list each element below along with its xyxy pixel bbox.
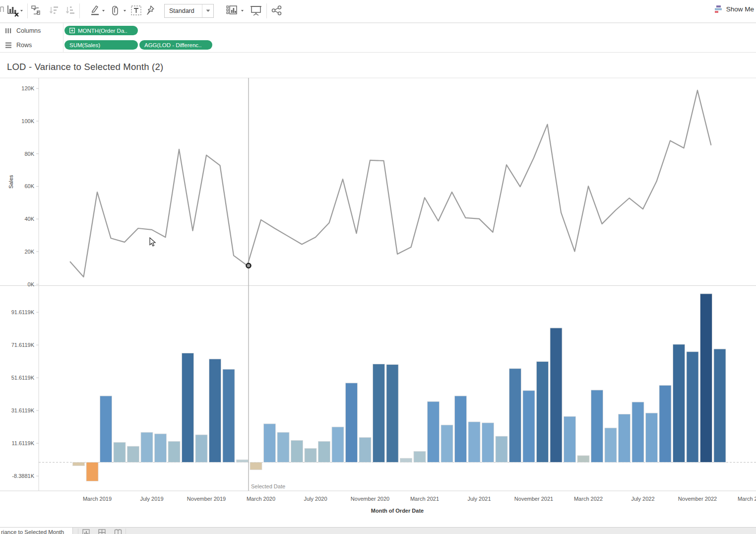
month-axis-tick-label: March 2023: [738, 496, 756, 502]
month-axis-tick-label: November 2021: [514, 496, 553, 502]
difference-bar-mark[interactable]: [619, 414, 630, 462]
active-sheet-tab-label: riance to Selected Month: [1, 529, 72, 534]
difference-bar-mark[interactable]: [359, 437, 371, 462]
difference-bar-mark[interactable]: [455, 396, 467, 463]
sales-axis-tick-label: 40K: [24, 216, 34, 222]
sales-axis-tick-label: 80K: [24, 151, 34, 157]
difference-bar-mark[interactable]: [509, 369, 521, 463]
sales-axis-tick-label: 120K: [21, 85, 34, 91]
difference-bar-mark[interactable]: [168, 441, 180, 462]
difference-bar-mark[interactable]: [400, 458, 412, 462]
sales-axis-tick-label: 100K: [21, 118, 34, 124]
month-axis-tick-label: July 2020: [304, 496, 327, 502]
difference-bar-mark[interactable]: [155, 434, 167, 462]
difference-bar-mark[interactable]: [373, 364, 385, 463]
month-axis-tick-label: November 2019: [187, 496, 226, 502]
month-axis-tick-label: July 2021: [467, 496, 491, 502]
difference-axis-tick-label: 51.6119K: [11, 375, 35, 381]
difference-bar-mark[interactable]: [223, 369, 235, 462]
sheet-tab-strip: riance to Selected Month: [0, 527, 756, 534]
new-worksheet-icon[interactable]: [82, 529, 90, 534]
difference-bar-mark[interactable]: [550, 328, 562, 463]
difference-bar-mark[interactable]: [564, 416, 576, 462]
new-dashboard-icon[interactable]: [98, 529, 106, 534]
difference-axis-tick-label: 91.6119K: [11, 309, 35, 315]
difference-bar-mark[interactable]: [441, 425, 453, 462]
difference-bar-mark[interactable]: [127, 446, 139, 462]
difference-bar-mark[interactable]: [291, 440, 303, 462]
difference-bar-mark[interactable]: [100, 396, 112, 463]
sales-line[interactable]: [70, 90, 711, 277]
difference-axis-tick-label: 11.6119K: [12, 440, 35, 446]
difference-bar-mark[interactable]: [468, 422, 480, 463]
difference-bar-mark[interactable]: [332, 427, 344, 462]
mouse-cursor: [149, 237, 157, 249]
difference-bar-mark[interactable]: [305, 448, 316, 462]
month-axis-tick-label: November 2022: [678, 496, 717, 502]
difference-bar-mark[interactable]: [264, 424, 276, 463]
difference-bar-mark[interactable]: [482, 423, 494, 463]
difference-bar-mark[interactable]: [141, 432, 153, 462]
difference-axis-tick-label: 71.6119K: [11, 342, 35, 348]
difference-axis-tick-label: 31.6119K: [11, 407, 35, 413]
difference-bar-mark[interactable]: [318, 441, 330, 462]
difference-bar-mark[interactable]: [346, 383, 358, 463]
difference-bar-mark[interactable]: [537, 362, 549, 463]
difference-bar-mark[interactable]: [659, 385, 671, 462]
difference-bar-mark[interactable]: [428, 401, 440, 462]
month-axis-tick-label: March 2021: [410, 496, 439, 502]
difference-bar-mark[interactable]: [182, 353, 194, 462]
sales-axis-tick-label: 60K: [24, 183, 34, 189]
month-axis-tick-label: July 2019: [140, 496, 163, 502]
difference-bar-mark[interactable]: [700, 294, 712, 463]
difference-bar-mark[interactable]: [646, 413, 658, 462]
difference-bar-mark[interactable]: [591, 390, 603, 463]
difference-bar-mark[interactable]: [73, 463, 85, 466]
difference-bar-mark[interactable]: [673, 344, 685, 463]
month-axis-tick-label: March 2020: [247, 496, 275, 502]
difference-bar-mark[interactable]: [632, 402, 644, 462]
difference-bar-mark[interactable]: [523, 391, 535, 463]
difference-bar-mark[interactable]: [195, 435, 207, 462]
selected-month-marker[interactable]: [247, 264, 251, 268]
difference-bar-mark[interactable]: [250, 463, 262, 470]
difference-bar-mark[interactable]: [386, 364, 398, 462]
difference-bar-mark[interactable]: [714, 349, 726, 462]
difference-bar-mark[interactable]: [237, 460, 249, 462]
difference-axis-tick-label: -8.3881K: [12, 473, 34, 479]
x-axis-title: Month of Order Date: [371, 508, 424, 514]
active-sheet-tab[interactable]: riance to Selected Month: [0, 528, 73, 534]
tableau-window: { "toolbar": { "fit_selector_value": "St…: [0, 0, 756, 534]
new-story-icon[interactable]: [114, 529, 122, 534]
selected-date-annotation: Selected Date: [251, 483, 285, 489]
tab-strip-separator: [78, 529, 78, 534]
difference-bar-mark[interactable]: [605, 428, 617, 462]
month-axis-tick-label: March 2019: [83, 496, 112, 502]
difference-bar-mark[interactable]: [277, 432, 289, 462]
difference-bar-mark[interactable]: [209, 359, 221, 462]
month-axis-tick-label: November 2020: [351, 496, 389, 502]
sales-axis-tick-label: 0K: [28, 281, 35, 287]
difference-bar-mark[interactable]: [687, 352, 698, 463]
difference-bar-mark[interactable]: [414, 451, 426, 462]
month-axis-tick-label: July 2022: [631, 496, 654, 502]
difference-bar-mark[interactable]: [496, 436, 507, 462]
chart-area: 0K20K40K60K80K100K120KSales-8.3881K11.61…: [0, 0, 756, 527]
difference-bar-mark[interactable]: [114, 442, 126, 462]
month-axis-tick-label: March 2022: [574, 496, 603, 502]
difference-bar-mark[interactable]: [86, 463, 98, 481]
difference-bar-mark[interactable]: [577, 456, 589, 463]
tab-strip-separator: [126, 529, 126, 534]
sales-axis-tick-label: 20K: [24, 249, 34, 255]
sales-axis-title: Sales: [8, 175, 14, 189]
